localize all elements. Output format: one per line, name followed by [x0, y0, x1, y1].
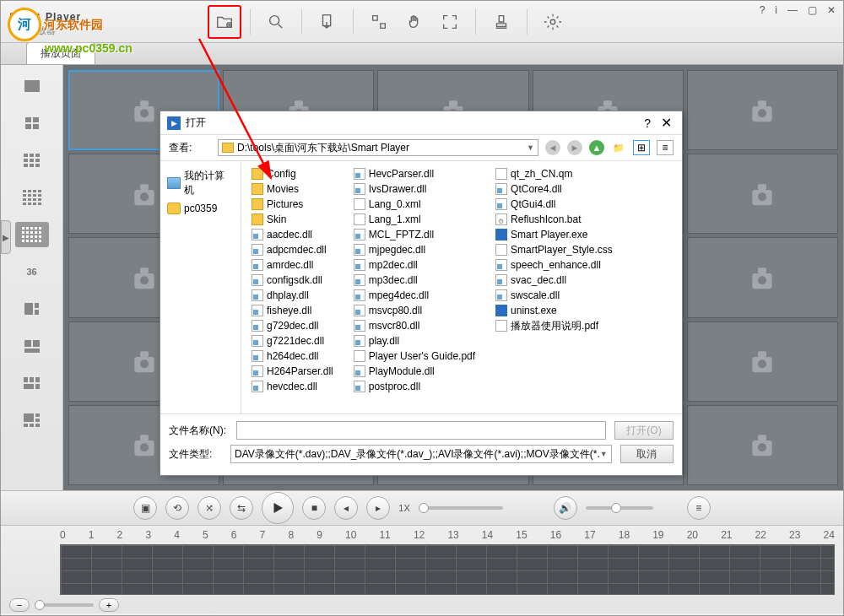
place-computer[interactable]: 我的计算机	[165, 166, 235, 200]
layout-custom-2[interactable]	[15, 333, 49, 359]
nav-forward-button[interactable]: ►	[567, 140, 582, 155]
file-item[interactable]: Config	[250, 166, 335, 181]
path-combobox[interactable]: D:\tools\桌面\河东下载站\Smart Player ▼	[218, 139, 538, 156]
file-item[interactable]: PlayModule.dll	[352, 364, 477, 379]
file-item[interactable]: mpeg4dec.dll	[352, 288, 477, 303]
minimize-button[interactable]: —	[785, 4, 800, 16]
file-item[interactable]: aacdec.dll	[250, 227, 335, 242]
file-item[interactable]: QtCore4.dll	[494, 181, 614, 197]
file-item[interactable]: msvcp80.dll	[352, 303, 477, 318]
file-item[interactable]: Skin	[250, 212, 335, 227]
fullscreen-toggle[interactable]: ▣	[133, 496, 157, 520]
shuffle-button[interactable]: ⤨	[197, 496, 221, 520]
open-button[interactable]: 打开(O)	[614, 421, 674, 440]
video-cell[interactable]	[687, 70, 838, 150]
fullscreen-button[interactable]	[433, 5, 467, 39]
file-item[interactable]: mp2dec.dll	[352, 257, 477, 273]
play-button[interactable]	[262, 492, 294, 524]
about-button[interactable]: i	[772, 4, 780, 16]
file-item[interactable]: swscale.dll	[494, 288, 614, 303]
zoom-slider[interactable]	[35, 603, 94, 607]
video-cell[interactable]	[687, 237, 838, 317]
dialog-help-button[interactable]: ?	[637, 116, 657, 130]
restore-button[interactable]: ▢	[805, 4, 820, 16]
file-item[interactable]: configsdk.dll	[250, 273, 335, 288]
open-file-button[interactable]	[208, 5, 241, 39]
new-folder-button[interactable]: 📁	[611, 140, 626, 155]
file-item[interactable]: mp3dec.dll	[352, 273, 477, 288]
file-item[interactable]: QtGui4.dll	[494, 197, 614, 212]
stamp-button[interactable]	[484, 5, 518, 39]
file-item[interactable]: IvsDrawer.dll	[352, 181, 477, 197]
path-dropdown-icon[interactable]: ▼	[527, 143, 534, 152]
sidebar-expand[interactable]: ▶	[1, 220, 11, 254]
file-item[interactable]: ReflushIcon.bat	[494, 212, 614, 227]
file-item[interactable]: amrdec.dll	[250, 257, 335, 273]
file-item[interactable]: hevcdec.dll	[250, 379, 335, 394]
crop-button[interactable]	[362, 5, 396, 39]
stop-button[interactable]: ■	[302, 496, 326, 520]
equalizer-button[interactable]: ≡	[687, 496, 711, 520]
hand-tool-button[interactable]	[398, 5, 431, 39]
video-cell[interactable]	[687, 322, 838, 402]
file-item[interactable]: play.dll	[352, 333, 477, 349]
file-item[interactable]: Smart Player.exe	[494, 227, 614, 242]
layout-custom-1[interactable]	[15, 296, 49, 322]
place-user[interactable]: pc0359	[165, 200, 235, 217]
dialog-close-button[interactable]: ✕	[657, 115, 675, 131]
tab-playback[interactable]: 播放页面	[26, 42, 95, 64]
video-cell[interactable]	[687, 154, 838, 234]
file-item[interactable]: SmartPlayer_Style.css	[494, 242, 614, 257]
speed-slider[interactable]	[419, 506, 503, 510]
file-item[interactable]: postproc.dll	[352, 379, 477, 394]
zoom-out-button[interactable]: −	[9, 598, 30, 612]
timeline-grid[interactable]	[60, 544, 835, 595]
filetype-combobox[interactable]: DAV录像文件(*.dav);;DAV_录像文件(*.dav_);;AVI录像文…	[230, 445, 612, 463]
prev-frame-button[interactable]: ◂	[334, 496, 358, 520]
help-button[interactable]: ?	[757, 4, 768, 16]
loop-button[interactable]: ⟲	[165, 496, 189, 520]
layout-1[interactable]	[15, 73, 49, 99]
file-item[interactable]: g729dec.dll	[250, 318, 335, 333]
file-item[interactable]: qt_zh_CN.qm	[494, 166, 614, 181]
zoom-in-button[interactable]: +	[99, 598, 119, 612]
file-item[interactable]: Player User's Guide.pdf	[352, 349, 477, 364]
layout-9[interactable]	[15, 148, 49, 173]
view-icons-button[interactable]: ⊞	[633, 140, 650, 155]
settings-button[interactable]	[536, 5, 570, 39]
layout-4[interactable]	[15, 111, 49, 136]
file-item[interactable]: Lang_0.xml	[352, 197, 477, 212]
video-cell[interactable]	[687, 405, 838, 485]
file-item[interactable]: mjpegdec.dll	[352, 242, 477, 257]
layout-36[interactable]: 36	[15, 259, 49, 284]
volume-button[interactable]: 🔊	[554, 496, 577, 520]
file-list[interactable]: ConfigMoviesPicturesSkinaacdec.dlladpcmd…	[241, 161, 682, 413]
layout-custom-4[interactable]	[15, 408, 49, 433]
file-item[interactable]: svac_dec.dll	[494, 273, 614, 288]
cancel-button[interactable]: 取消	[620, 445, 674, 463]
layout-custom-3[interactable]	[15, 370, 49, 396]
file-item[interactable]: adpcmdec.dll	[250, 242, 335, 257]
file-item[interactable]: fisheye.dll	[250, 303, 335, 318]
file-item[interactable]: HevcParser.dll	[352, 166, 477, 181]
close-button[interactable]: ✕	[825, 4, 838, 16]
view-list-button[interactable]: ≡	[657, 140, 674, 155]
volume-slider[interactable]	[586, 506, 653, 510]
export-button[interactable]	[311, 5, 344, 39]
layout-25[interactable]	[15, 222, 49, 247]
sync-button[interactable]: ⇆	[230, 496, 253, 520]
layout-16[interactable]	[15, 185, 49, 210]
file-item[interactable]: Pictures	[250, 197, 335, 212]
filename-input[interactable]	[236, 421, 606, 440]
file-item[interactable]: speech_enhance.dll	[494, 257, 614, 273]
file-item[interactable]: Movies	[250, 181, 335, 197]
search-button[interactable]	[259, 5, 293, 39]
file-item[interactable]: msvcr80.dll	[352, 318, 477, 333]
file-item[interactable]: Lang_1.xml	[352, 212, 477, 227]
file-item[interactable]: g7221dec.dll	[250, 333, 335, 349]
file-item[interactable]: uninst.exe	[494, 303, 614, 318]
file-item[interactable]: H264Parser.dll	[250, 364, 335, 379]
file-item[interactable]: 播放器使用说明.pdf	[494, 318, 614, 333]
file-item[interactable]: dhplay.dll	[250, 288, 335, 303]
nav-back-button[interactable]: ◄	[545, 140, 560, 155]
